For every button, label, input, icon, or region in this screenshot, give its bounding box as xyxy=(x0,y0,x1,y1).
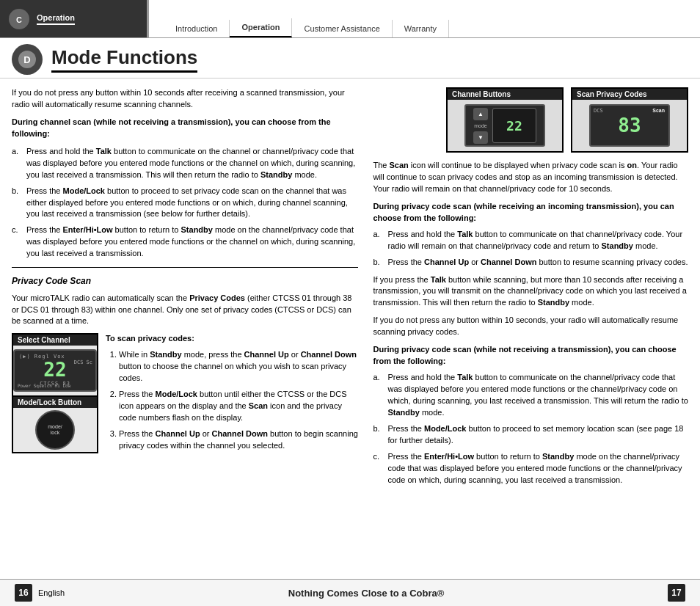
mode-lock-label: Mode/Lock Button xyxy=(13,397,97,408)
channel-display-screen: 22 xyxy=(492,108,536,143)
brand-text-bold: Nothing xyxy=(288,588,324,599)
tab-customer-assistance[interactable]: Customer Assistance xyxy=(292,20,392,37)
channel-scan-list: a. Press and hold the Talk button to com… xyxy=(12,146,358,260)
top-navigation: C Operation Introduction Operation Custo… xyxy=(0,0,700,38)
privacy-scan-receiving-list: a. Press and hold the Talk button to com… xyxy=(373,229,688,269)
intro-paragraph: If you do not press any button within 10… xyxy=(12,87,358,111)
language-label: English xyxy=(38,588,65,597)
mode-lock-image: mode/lock xyxy=(13,408,97,452)
header-icon: D xyxy=(12,44,43,75)
list-item: b. Press the Mode/Lock button to proceed… xyxy=(12,186,358,221)
tab-warranty[interactable]: Warranty xyxy=(393,20,449,37)
content-area: If you do not press any button within 10… xyxy=(0,79,700,579)
during-channel-scan-heading: During channel scan (while not receiving… xyxy=(12,117,358,140)
svg-text:D: D xyxy=(23,54,30,65)
list-item: Press the Channel Up or Channel Down but… xyxy=(119,428,358,452)
tab-operation[interactable]: Operation xyxy=(230,18,292,37)
footer-brand: Nothing Comes Close to a Cobra® xyxy=(288,588,445,599)
section-divider xyxy=(12,267,358,268)
during-privacy-scan-receiving-heading: During privacy code scan (while receivin… xyxy=(373,201,688,224)
trademark-symbol: ® xyxy=(437,588,445,599)
list-item: While in Standby mode, press the Channel… xyxy=(119,349,358,384)
brand-text-rest: Comes Close to a Cobra xyxy=(324,588,437,599)
right-text-content: The Scan icon will continue to be displa… xyxy=(373,160,688,486)
select-channel-label: Select Channel xyxy=(13,335,97,346)
scan-steps-section: To scan privacy codes: While in Standby … xyxy=(106,333,358,457)
scan-steps-list: While in Standby mode, press the Channel… xyxy=(106,349,358,452)
channel-display-device: ⟨▶⟩ Regl Vox DCS Sc 22 CTCSS 83 Power Sq… xyxy=(13,349,97,392)
list-item: a. Press and hold the Talk button to com… xyxy=(12,146,358,181)
list-item: b. Press the Mode/Lock button to proceed… xyxy=(373,423,688,447)
tab-introduction[interactable]: Introduction xyxy=(164,20,230,37)
page-title: Mode Functions xyxy=(51,46,197,73)
channel-buttons-device: ▲ mode ▼ 22 xyxy=(464,104,545,147)
select-channel-box: Select Channel ⟨▶⟩ Regl Vox DCS Sc 22 CT… xyxy=(12,333,98,395)
privacy-code-scan-heading: Privacy Code Scan xyxy=(12,275,358,288)
list-item: c. Press the Enter/Hi•Low button to retu… xyxy=(373,451,688,486)
list-item: a. Press and hold the Talk button to com… xyxy=(373,229,688,252)
no-button-paragraph: If you do not press any button within 10… xyxy=(373,315,688,338)
list-item: c. Press the Enter/Hi•Low button to retu… xyxy=(12,224,358,260)
footer-left: 16 English xyxy=(15,584,65,602)
footer-right: 17 xyxy=(668,584,685,602)
list-item: a. Press and hold the Talk button to com… xyxy=(373,372,688,419)
mode-lock-button-visual: mode/lock xyxy=(35,410,75,450)
during-privacy-scan-not-receiving-heading: During privacy code scan (while not rece… xyxy=(373,344,688,368)
to-scan-heading: To scan privacy codes: xyxy=(106,333,358,345)
main-header: D Mode Functions xyxy=(0,38,700,79)
svg-text:C: C xyxy=(16,15,22,24)
page-number-right: 17 xyxy=(668,584,685,602)
list-item: Press the Mode/Lock button until either … xyxy=(119,389,358,424)
talk-paragraph: If you press the Talk button while scann… xyxy=(373,274,688,310)
scan-device-display: DCS Scan 83 xyxy=(589,104,670,147)
nav-tabs: Introduction Operation Customer Assistan… xyxy=(164,18,449,37)
page-number-left: 16 xyxy=(15,584,32,602)
scan-description-paragraph: The Scan icon will continue to be displa… xyxy=(373,160,688,195)
left-column: If you do not press any button within 10… xyxy=(12,87,358,570)
mode-lock-box: Mode/Lock Button mode/lock xyxy=(12,395,98,453)
scan-privacy-codes-box: Scan Privacy Codes DCS Scan 83 xyxy=(571,87,688,153)
channel-buttons-label: Channel Buttons xyxy=(448,89,562,100)
cobra-logo-icon: C xyxy=(7,7,31,31)
channel-buttons-box: Channel Buttons ▲ mode ▼ 22 xyxy=(446,87,564,153)
nav-left-label: Operation xyxy=(37,13,75,25)
privacy-scan-not-receiving-list: a. Press and hold the Talk button to com… xyxy=(373,372,688,486)
device-images: Select Channel ⟨▶⟩ Regl Vox DCS Sc 22 CT… xyxy=(12,333,98,459)
list-item: b. Press the Channel Up or Channel Down … xyxy=(373,257,688,269)
scan-privacy-image: DCS Scan 83 xyxy=(572,100,687,151)
privacy-code-intro: Your microTALK radio can automatically s… xyxy=(12,293,358,328)
nav-left-section: C Operation xyxy=(0,0,147,37)
channel-buttons-image: ▲ mode ▼ 22 xyxy=(448,100,562,151)
right-column: Scan Privacy Codes DCS Scan 83 Channel B… xyxy=(373,87,688,570)
mode-functions-icon: D xyxy=(17,49,37,70)
select-channel-image: ⟨▶⟩ Regl Vox DCS Sc 22 CTCSS 83 Power Sq… xyxy=(13,346,97,395)
scan-section: Select Channel ⟨▶⟩ Regl Vox DCS Sc 22 CT… xyxy=(12,333,358,459)
scan-privacy-codes-label: Scan Privacy Codes xyxy=(572,89,687,100)
channel-up-button-visual: ▲ xyxy=(473,108,488,120)
footer: 16 English Nothing Comes Close to a Cobr… xyxy=(0,579,700,606)
nav-tabs-container: Introduction Operation Customer Assistan… xyxy=(147,0,700,37)
channel-down-button-visual: ▼ xyxy=(473,131,488,144)
